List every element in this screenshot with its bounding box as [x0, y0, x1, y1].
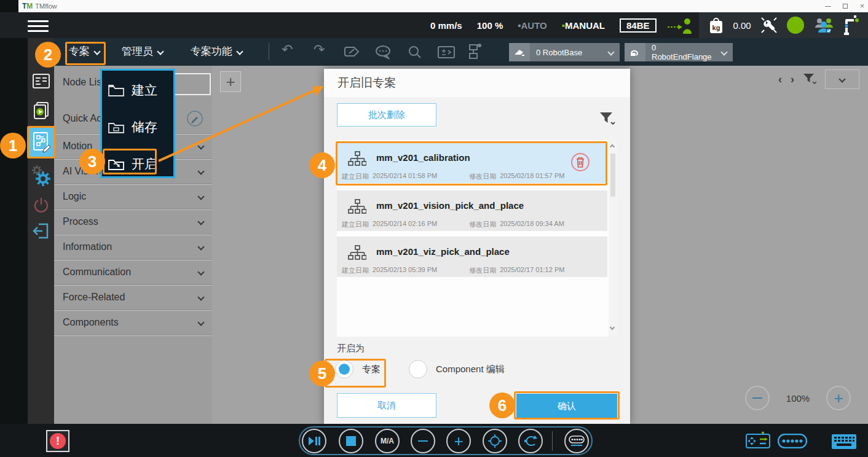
- menu-item-save[interactable]: 储存: [108, 116, 170, 138]
- created-date-label: 建立日期: [342, 172, 369, 181]
- auto-mode-indicator: •AUTO: [518, 20, 547, 31]
- annotation-step-1: 1: [0, 133, 26, 158]
- project-list-item[interactable]: mm_v201_calibration 建立日期 2025/02/14 01:5…: [337, 143, 607, 183]
- controller-pill-icon[interactable]: [778, 434, 807, 448]
- list-scrollbar[interactable]: [609, 140, 617, 337]
- align-target-button[interactable]: [483, 429, 507, 453]
- window-restore-button[interactable]: [843, 4, 848, 9]
- error-notification-icon[interactable]: !: [46, 430, 69, 452]
- tool-wrench-icon[interactable]: [760, 16, 778, 34]
- cancel-button[interactable]: 取消: [337, 393, 436, 418]
- flowchart-icon: [348, 151, 366, 170]
- robot-end-flange-selector[interactable]: 0 RobotEndFlange: [625, 43, 733, 61]
- comment-icon[interactable]: [375, 45, 392, 60]
- node-category-information[interactable]: Information: [54, 234, 212, 259]
- project-list-item[interactable]: mm_v201_viz_pick_and_place 建立日期 2025/02/…: [337, 236, 607, 277]
- robot-base-selector[interactable]: 0 RobotBase: [509, 43, 620, 61]
- open-project-dialog: 开启旧专案 批次删除 mm_v201_calibration 建立日期 2025…: [324, 69, 630, 424]
- loop-button[interactable]: [518, 429, 543, 453]
- variables-icon[interactable]: [438, 46, 455, 58]
- tag-edit-icon[interactable]: [343, 45, 360, 58]
- created-date-value: 2025/02/13 05:39 PM: [373, 266, 437, 275]
- node-view-icon[interactable]: [466, 44, 483, 60]
- batch-delete-button[interactable]: 批次删除: [337, 103, 436, 127]
- play-pause-button[interactable]: [302, 429, 326, 453]
- stop-button[interactable]: [339, 429, 363, 453]
- annotation-step-5: 5: [309, 361, 335, 386]
- toolbar-divider: [269, 43, 269, 60]
- radio-component[interactable]: [409, 360, 427, 378]
- node-category-process[interactable]: Process: [54, 209, 212, 234]
- chevron-down-icon: [197, 268, 204, 275]
- sidebar: [28, 38, 54, 424]
- panel-collapse-button[interactable]: [825, 69, 859, 89]
- search-icon[interactable]: [408, 45, 422, 60]
- menu-project[interactable]: 专案: [69, 44, 100, 58]
- scroll-down-icon[interactable]: [610, 325, 615, 330]
- speed-decrease-button[interactable]: [411, 429, 435, 453]
- page-next-icon[interactable]: ›: [791, 73, 794, 86]
- robot-end-flange-value: 0 RobotEndFlange: [645, 43, 722, 61]
- menu-item-open[interactable]: 开启: [108, 153, 170, 175]
- keyboard-icon[interactable]: [831, 434, 857, 450]
- chevron-down-icon: [197, 218, 204, 225]
- add-node-button[interactable]: +: [220, 71, 241, 92]
- redo-icon[interactable]: ↷: [314, 43, 325, 57]
- users-group-icon[interactable]: [813, 17, 834, 34]
- chevron-down-icon: [197, 319, 204, 326]
- login-user-icon[interactable]: [667, 17, 695, 34]
- sidebar-item-project-edit[interactable]: [28, 131, 54, 152]
- sidebar-item-settings[interactable]: [28, 165, 54, 187]
- edit-pencil-icon[interactable]: [186, 110, 203, 127]
- chevron-down-icon: [720, 49, 727, 55]
- node-category-communication[interactable]: Communication: [54, 259, 212, 284]
- node-category-force-related[interactable]: Force-Related: [54, 284, 212, 310]
- sidebar-item-logout[interactable]: [28, 222, 54, 240]
- modified-date-value: 2025/02/17 01:12 PM: [500, 266, 564, 275]
- confirm-button[interactable]: 确认: [516, 394, 617, 418]
- chevron-down-icon: [197, 243, 204, 250]
- chevron-down-icon: [197, 294, 204, 300]
- project-list-item[interactable]: mm_v201_vision_pick_and_place 建立日期 2025/…: [337, 190, 607, 231]
- node-category-logic[interactable]: Logic: [54, 184, 212, 209]
- annotation-step-6: 6: [489, 393, 515, 418]
- radio-project-label[interactable]: 专案: [362, 364, 381, 375]
- sidebar-left-gutter: [0, 38, 28, 424]
- page-prev-icon[interactable]: ‹: [778, 73, 782, 86]
- window-minimize-button[interactable]: [825, 6, 831, 7]
- speed-increase-button[interactable]: +: [446, 429, 471, 453]
- controller-dots-button[interactable]: [564, 429, 589, 453]
- created-date-label: 建立日期: [342, 220, 369, 229]
- radio-selected-dot: [339, 364, 350, 375]
- menu-item-create[interactable]: 建立: [108, 79, 170, 101]
- canvas-filter-icon[interactable]: [803, 73, 816, 85]
- menu-admin[interactable]: 管理员: [122, 44, 163, 58]
- created-date-label: 建立日期: [342, 266, 369, 275]
- project-name: mm_v201_calibration: [376, 152, 470, 163]
- chevron-down-icon: [93, 48, 100, 55]
- window-close-button[interactable]: ×: [860, 2, 864, 10]
- sidebar-item-power[interactable]: [28, 197, 54, 215]
- hamburger-menu-button[interactable]: [28, 17, 49, 35]
- titlebar-corner: [0, 0, 18, 12]
- robot-arm-icon[interactable]: [843, 15, 859, 35]
- node-category-components[interactable]: Components: [54, 310, 212, 335]
- created-date-value: 2025/02/14 01:58 PM: [373, 172, 437, 181]
- manual-auto-button[interactable]: M/A: [375, 429, 400, 453]
- created-date-value: 2025/02/14 02:16 PM: [373, 220, 437, 229]
- radio-component-label[interactable]: Component 编辑: [436, 364, 505, 375]
- menu-project-functions[interactable]: 专案功能: [191, 44, 242, 58]
- robot-base-value: 0 RobotBase: [530, 48, 609, 57]
- dialog-filter-icon[interactable]: [599, 112, 615, 127]
- sidebar-item-run-project[interactable]: [28, 101, 54, 120]
- radio-project[interactable]: [335, 360, 353, 378]
- payload-kg-icon[interactable]: kg: [708, 16, 724, 34]
- delete-project-icon[interactable]: [570, 152, 590, 172]
- sidebar-item-dashboard[interactable]: [28, 74, 54, 88]
- jog-panel-icon[interactable]: [746, 431, 770, 450]
- scroll-up-icon[interactable]: [610, 144, 615, 149]
- zoom-out-button[interactable]: [745, 386, 770, 410]
- scrollbar-thumb[interactable]: [610, 154, 615, 197]
- undo-icon[interactable]: ↶: [282, 43, 293, 57]
- zoom-in-button[interactable]: +: [826, 386, 851, 410]
